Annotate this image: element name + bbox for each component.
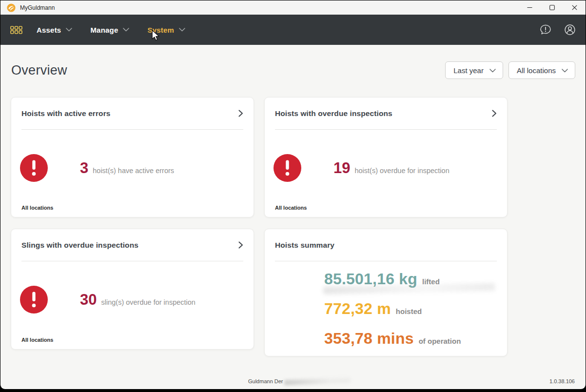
card-title: Hoists with overdue inspections — [275, 109, 392, 118]
account-icon[interactable] — [564, 23, 576, 36]
guldmann-logo-icon — [7, 3, 16, 12]
error-count: 3 — [80, 159, 88, 177]
card-slings-overdue-inspections[interactable]: Slings with overdue inspections — [11, 229, 254, 350]
apps-grid-icon[interactable] — [10, 26, 22, 34]
chevron-right-icon[interactable] — [492, 110, 497, 117]
redacted-text — [284, 377, 350, 385]
page-title: Overview — [11, 63, 67, 78]
error-message: hoist(s) overdue for inspection — [354, 167, 449, 175]
metric-mins-operation: 353,78 mins of operation — [324, 330, 507, 348]
error-icon — [273, 154, 301, 182]
error-icon — [20, 154, 48, 182]
cards-grid: Hoists with active errors — [11, 97, 508, 356]
location-dropdown[interactable]: All locations — [508, 61, 575, 79]
minimize-button[interactable] — [518, 0, 541, 15]
card-hoists-active-errors[interactable]: Hoists with active errors — [11, 97, 254, 217]
close-button[interactable] — [563, 0, 586, 15]
error-icon — [20, 286, 48, 314]
maximize-button[interactable] — [541, 0, 563, 15]
metric-value: 353,78 mins — [324, 330, 414, 348]
card-hoists-overdue-inspections[interactable]: Hoists with overdue inspections — [264, 97, 508, 217]
feedback-icon[interactable] — [539, 23, 552, 36]
card-scope-label: All locations — [21, 337, 53, 343]
metric-label: of operation — [419, 337, 461, 345]
card-title: Slings with overdue inspections — [21, 241, 138, 250]
filters: Last year All locations — [445, 61, 575, 79]
titlebar: MyGuldmann — [0, 0, 586, 15]
chevron-down-icon — [562, 69, 568, 73]
card-title: Hoists summary — [275, 241, 334, 250]
chevron-down-icon — [179, 28, 185, 32]
close-icon — [572, 5, 577, 10]
nav-item-assets[interactable]: Assets — [37, 26, 72, 34]
card-hoists-summary: Hoists summary 85.501,16 kg lifted 772,3… — [264, 229, 508, 356]
main-navbar: Assets Manage System — [0, 15, 586, 45]
period-dropdown[interactable]: Last year — [445, 61, 503, 79]
period-dropdown-value: Last year — [453, 66, 484, 75]
content-area: Overview Last year All locations — [0, 45, 586, 389]
app-window: MyGuldmann — [0, 0, 586, 392]
error-message: sling(s) overdue for inspection — [101, 298, 195, 306]
card-title: Hoists with active errors — [21, 109, 111, 118]
metric-value: 772,32 m — [324, 300, 391, 318]
error-count: 19 — [333, 159, 350, 177]
maximize-icon — [549, 5, 555, 10]
nav-item-manage[interactable]: Manage — [90, 26, 129, 34]
footer-version: 1.0.38.106 — [549, 378, 575, 384]
card-scope-label: All locations — [21, 205, 53, 211]
window-title: MyGuldmann — [20, 4, 55, 11]
chevron-down-icon — [489, 69, 496, 73]
error-count: 30 — [80, 291, 97, 309]
card-scope-label: All locations — [275, 205, 307, 211]
footer-company: Guldmann Der — [248, 378, 283, 384]
nav-item-system[interactable]: System — [147, 26, 185, 34]
location-dropdown-value: All locations — [517, 66, 556, 75]
footer: Guldmann Der 1.0.38.106 — [0, 378, 586, 385]
error-message: hoist(s) have active errors — [93, 167, 174, 175]
metric-m-hoisted: 772,32 m hoisted — [324, 300, 507, 318]
metric-label: hoisted — [396, 307, 422, 315]
chevron-right-icon[interactable] — [238, 110, 243, 117]
minimize-icon — [527, 5, 532, 10]
chevron-right-icon[interactable] — [238, 241, 243, 249]
chevron-down-icon — [123, 28, 129, 32]
chevron-down-icon — [66, 28, 72, 32]
